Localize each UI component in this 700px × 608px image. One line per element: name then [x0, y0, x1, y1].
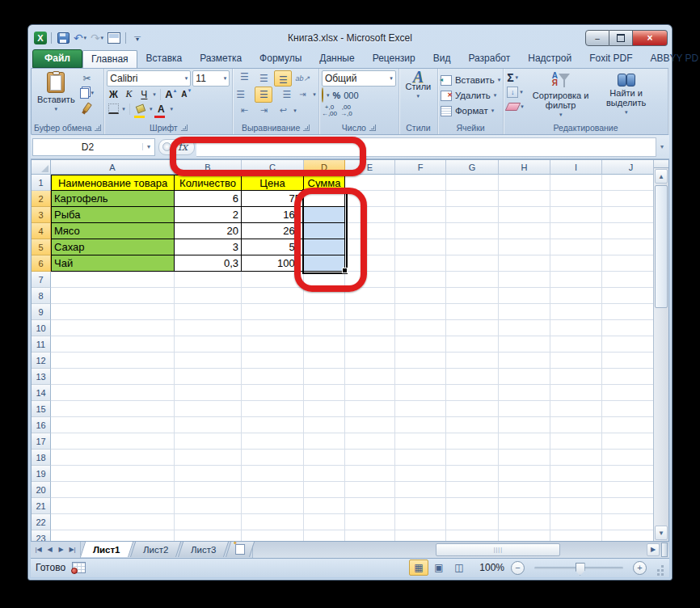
cell-F12[interactable] — [395, 353, 446, 369]
column-header-A[interactable]: A — [51, 160, 175, 175]
row-header-7[interactable]: 7 — [32, 272, 51, 288]
cell-C13[interactable] — [242, 369, 304, 385]
cell-D15[interactable] — [304, 401, 345, 417]
cell-H9[interactable] — [499, 304, 550, 320]
cell-D18[interactable] — [304, 450, 345, 466]
cell-I16[interactable] — [550, 417, 602, 433]
cell-H12[interactable] — [499, 353, 550, 369]
wrap-text-button[interactable]: ↩ — [274, 103, 292, 119]
cell-F6[interactable] — [395, 255, 446, 272]
font-color-button[interactable]: А — [154, 103, 167, 116]
clear-button[interactable]: ▾ — [507, 100, 524, 114]
cell-E20[interactable] — [345, 482, 395, 498]
cell-E22[interactable] — [345, 514, 395, 530]
macro-record-icon[interactable] — [72, 562, 86, 573]
cell-I4[interactable] — [550, 223, 602, 239]
zoom-level[interactable]: 100% — [475, 562, 504, 573]
cell-G15[interactable] — [446, 401, 499, 417]
cell-B2[interactable]: 6 — [175, 191, 242, 207]
row-header-8[interactable]: 8 — [32, 288, 51, 304]
cell-J17[interactable] — [602, 433, 653, 450]
cell-C4[interactable]: 267 — [242, 223, 304, 239]
cell-D13[interactable] — [304, 369, 345, 385]
cell-J21[interactable] — [602, 498, 653, 514]
cell-C22[interactable] — [242, 514, 304, 530]
scroll-right-icon[interactable]: ▶ — [647, 543, 660, 556]
column-header-E[interactable]: E — [345, 160, 395, 175]
row-header-16[interactable]: 16 — [32, 417, 51, 433]
close-button[interactable]: × — [633, 30, 668, 46]
horizontal-scrollbar[interactable]: |||| ▶ — [252, 542, 669, 557]
cell-G14[interactable] — [446, 385, 499, 401]
row-header-5[interactable]: 5 — [32, 239, 51, 255]
cell-B17[interactable] — [175, 433, 242, 450]
cell-H18[interactable] — [499, 450, 550, 466]
cell-J8[interactable] — [602, 288, 653, 304]
cell-J11[interactable] — [602, 336, 653, 353]
tab-split-handle[interactable] — [661, 543, 668, 557]
chevron-down-icon[interactable]: ▾ — [122, 106, 125, 112]
cell-J2[interactable] — [602, 191, 653, 207]
cell-G2[interactable] — [446, 191, 499, 207]
align-bottom-button[interactable]: ☰ — [274, 70, 292, 87]
name-box[interactable]: D2 ▾ — [32, 138, 155, 156]
cell-D14[interactable] — [304, 385, 345, 401]
cell-J18[interactable] — [602, 450, 653, 466]
cell-F22[interactable] — [395, 514, 446, 530]
tab-foxit pdf[interactable]: Foxit PDF — [580, 49, 641, 68]
paste-button[interactable]: Вставить ▾ — [34, 70, 78, 116]
cell-D17[interactable] — [304, 433, 345, 450]
page-break-view-button[interactable]: ◫ — [449, 559, 469, 576]
zoom-out-button[interactable]: − — [511, 561, 525, 575]
cell-D8[interactable] — [304, 288, 345, 304]
format-cells-button[interactable]: Формат▾ — [441, 103, 494, 119]
sort-filter-button[interactable]: АЯ Сортировка и фильтр ▾ — [527, 70, 595, 121]
chevron-down-icon[interactable]: ▾ — [153, 91, 156, 98]
cell-E23[interactable] — [345, 530, 395, 541]
expand-formula-bar-icon[interactable]: ▾ — [656, 143, 668, 150]
cell-D20[interactable] — [304, 482, 345, 498]
cell-A16[interactable] — [51, 417, 175, 433]
cell-I10[interactable] — [550, 320, 602, 336]
row-header-9[interactable]: 9 — [32, 304, 51, 320]
column-header-F[interactable]: F — [395, 160, 446, 175]
page-layout-view-button[interactable]: ▣ — [429, 559, 449, 576]
split-box[interactable] — [654, 160, 668, 168]
cell-G7[interactable] — [446, 272, 499, 288]
formula-input[interactable] — [196, 137, 656, 157]
cell-A20[interactable] — [51, 482, 175, 498]
cell-J22[interactable] — [602, 514, 653, 530]
cell-F19[interactable] — [395, 466, 446, 482]
cell-A9[interactable] — [51, 304, 175, 320]
cell-D9[interactable] — [304, 304, 345, 320]
cell-I12[interactable] — [550, 353, 602, 369]
sheet-tab-лист1[interactable]: Лист1 — [80, 542, 133, 557]
cell-I13[interactable] — [550, 369, 602, 385]
cell-I17[interactable] — [550, 433, 602, 450]
font-name-combo[interactable]: Calibri▾ — [107, 70, 191, 87]
cell-A8[interactable] — [51, 288, 175, 304]
cell-I3[interactable] — [550, 207, 602, 223]
cell-D10[interactable] — [304, 320, 345, 336]
cell-B9[interactable] — [175, 304, 242, 320]
align-center-button[interactable]: ☰ — [255, 87, 272, 103]
orientation-button[interactable]: ab↗ — [293, 70, 311, 87]
borders-button[interactable] — [107, 103, 120, 116]
resize-grip[interactable] — [655, 563, 664, 572]
cell-I19[interactable] — [550, 466, 602, 482]
cell-A12[interactable] — [51, 353, 175, 369]
row-header-6[interactable]: 6 — [32, 255, 51, 272]
cell-E17[interactable] — [345, 433, 395, 450]
dialog-launcher-icon[interactable] — [95, 125, 101, 131]
cell-E3[interactable] — [345, 207, 395, 223]
cell-B1[interactable]: Количество — [175, 175, 242, 191]
cell-G23[interactable] — [446, 530, 499, 541]
restore-button[interactable] — [609, 30, 633, 46]
cell-A13[interactable] — [51, 369, 175, 385]
cell-E14[interactable] — [345, 385, 395, 401]
tab-формулы[interactable]: Формулы — [251, 49, 310, 68]
cell-H1[interactable] — [499, 175, 550, 191]
cell-C19[interactable] — [242, 466, 304, 482]
horizontal-scroll-thumb[interactable]: |||| — [436, 543, 560, 556]
row-header-15[interactable]: 15 — [32, 401, 51, 417]
